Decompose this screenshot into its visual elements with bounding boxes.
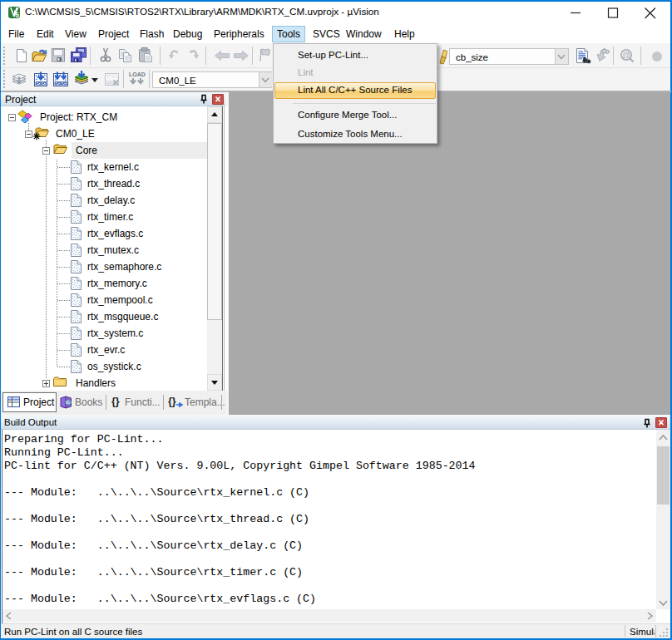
svg-text:LOAD: LOAD	[129, 71, 146, 77]
svg-text:?: ?	[67, 400, 70, 406]
svg-text:@: @	[622, 51, 630, 60]
svg-text:5: 5	[15, 11, 19, 18]
